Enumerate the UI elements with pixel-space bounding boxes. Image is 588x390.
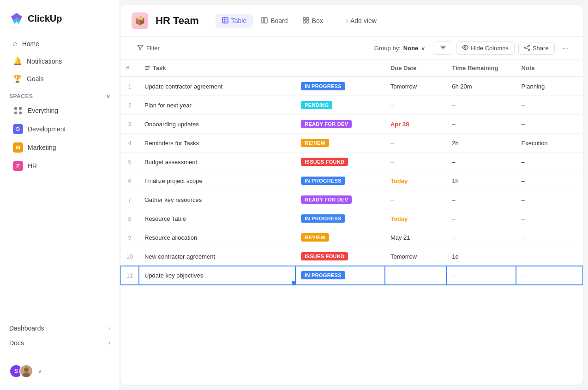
share-icon (524, 45, 530, 52)
row-number: 7 (120, 190, 139, 209)
row-task-name[interactable]: Update contractor agreement (139, 77, 295, 96)
nav-notifications[interactable]: 🔔 Notifications (4, 53, 116, 70)
svg-point-6 (24, 367, 29, 372)
trophy-icon: 🏆 (13, 74, 22, 83)
group-by-control[interactable]: Group by: None ∨ (370, 42, 431, 54)
row-due-date: – (385, 134, 446, 153)
row-task-name[interactable]: Onboarding updates (139, 115, 295, 134)
dashboards-item[interactable]: Dashboards › (4, 321, 116, 336)
row-task-name[interactable]: Gather key resources (139, 190, 295, 209)
clickup-logo-icon (9, 11, 24, 26)
board-tab-icon (261, 17, 268, 25)
row-status[interactable]: REVIEW (295, 134, 385, 153)
row-status[interactable]: ISSUES FOUND (295, 247, 385, 266)
main-content: 📦 HR Team Table (120, 5, 583, 385)
sidebar-bottom: Dashboards › Docs › (0, 315, 120, 356)
tab-table-label: Table (231, 17, 246, 24)
spaces-chevron-icon[interactable]: ∨ (106, 93, 111, 100)
row-task-name[interactable]: Resource allocation (139, 228, 295, 247)
table-row[interactable]: 5Budget assessmentISSUES FOUND––– (120, 153, 583, 171)
share-button[interactable]: Share (518, 42, 555, 55)
docs-item[interactable]: Docs › (4, 336, 116, 350)
hr-letter: P (16, 163, 19, 169)
everything-icon (13, 106, 23, 116)
table-tab-icon (222, 17, 228, 25)
table-row[interactable]: 6Finalize project scopeIN PROGRESSToday1… (120, 171, 583, 190)
svg-rect-13 (264, 18, 267, 23)
row-task-name[interactable]: New contractor agreement (139, 247, 295, 266)
spaces-label: Spaces (9, 93, 33, 100)
nav-goals[interactable]: 🏆 Goals (4, 70, 116, 87)
task-table: # Task Due Date Time Remaining Note 1Upd… (120, 60, 583, 285)
row-status[interactable]: ISSUES FOUND (295, 153, 385, 171)
row-status[interactable]: REVIEW (295, 228, 385, 247)
svg-line-23 (526, 48, 528, 49)
user-area[interactable]: S ∨ (0, 360, 120, 383)
col-task: Task (139, 60, 295, 77)
sort-icon (440, 44, 446, 52)
status-badge: IN PROGRESS (301, 177, 345, 185)
docs-label: Docs (9, 339, 24, 347)
row-status[interactable]: READY FOR DEV (295, 190, 385, 209)
table-row[interactable]: 1Update contractor agreementIN PROGRESST… (120, 77, 583, 96)
resize-handle[interactable] (292, 281, 295, 284)
box-tab-icon (303, 17, 309, 25)
row-task-name[interactable]: Plan for next year (139, 96, 295, 115)
table-row[interactable]: 7Gather key resourcesREADY FOR DEV––– (120, 190, 583, 209)
sidebar-item-everything[interactable]: Everything (4, 102, 116, 119)
table-row[interactable]: 2Plan for next yearPENDING––– (120, 96, 583, 115)
ellipsis-icon: ··· (562, 44, 568, 52)
table-row[interactable]: 8Resource TableIN PROGRESSToday–– (120, 209, 583, 228)
marketing-badge: M (13, 142, 23, 153)
everything-label: Everything (28, 107, 58, 114)
row-status[interactable]: IN PROGRESS (295, 171, 385, 190)
more-options-button[interactable]: ··· (558, 42, 572, 55)
tab-table[interactable]: Table (216, 14, 253, 28)
sidebar-item-marketing[interactable]: M Marketing (4, 139, 116, 156)
row-note: – (516, 228, 583, 247)
share-label: Share (533, 45, 549, 52)
table-row[interactable]: 3Onboarding updatesREADY FOR DEVApr 28–– (120, 115, 583, 134)
row-status[interactable]: IN PROGRESS (295, 209, 385, 228)
table-row[interactable]: 11Update key objectivesIN PROGRESS––– (120, 266, 583, 285)
row-note: – (516, 171, 583, 190)
row-task-name[interactable]: Reminders for Tasks (139, 134, 295, 153)
row-number: 8 (120, 209, 139, 228)
status-badge: IN PROGRESS (301, 214, 345, 223)
tab-board[interactable]: Board (255, 14, 294, 28)
row-task-name[interactable]: Update key objectives (139, 266, 295, 285)
row-due-date: Apr 28 (385, 115, 446, 134)
status-badge: PENDING (301, 101, 332, 109)
row-note: – (516, 247, 583, 266)
hide-columns-button[interactable]: Hide Columns (456, 41, 515, 55)
row-note: Planning (516, 77, 583, 96)
row-time-remaining: 2h (446, 134, 516, 153)
add-view-button[interactable]: + Add view (339, 14, 383, 27)
row-task-name[interactable]: Resource Table (139, 209, 295, 228)
row-number: 1 (120, 77, 139, 96)
status-badge: READY FOR DEV (301, 120, 352, 128)
row-status[interactable]: PENDING (295, 96, 385, 115)
nav-goals-label: Goals (27, 75, 44, 83)
avatar-stack: S (9, 364, 33, 378)
row-due-date: Today (385, 209, 446, 228)
row-status[interactable]: IN PROGRESS (295, 77, 385, 96)
sidebar-item-development[interactable]: D Development (4, 120, 116, 138)
col-status (295, 60, 385, 77)
tab-box[interactable]: Box (296, 14, 330, 28)
row-time-remaining: – (446, 190, 516, 209)
row-number: 6 (120, 171, 139, 190)
table-row[interactable]: 9Resource allocationREVIEWMay 21–– (120, 228, 583, 247)
logo-area: ClickUp (0, 7, 120, 35)
sort-button[interactable] (434, 41, 452, 55)
eye-icon (462, 44, 468, 52)
nav-home[interactable]: ⌂ Home (4, 35, 116, 52)
row-status[interactable]: READY FOR DEV (295, 115, 385, 134)
row-status[interactable]: IN PROGRESS (295, 266, 385, 285)
row-task-name[interactable]: Budget assessment (139, 153, 295, 171)
filter-button[interactable]: Filter (132, 42, 165, 54)
table-row[interactable]: 10New contractor agreementISSUES FOUNDTo… (120, 247, 583, 266)
table-row[interactable]: 4Reminders for TasksREVIEW–2hExecution (120, 134, 583, 153)
sidebar-item-hr[interactable]: P HR (4, 157, 116, 175)
row-task-name[interactable]: Finalize project scope (139, 171, 295, 190)
